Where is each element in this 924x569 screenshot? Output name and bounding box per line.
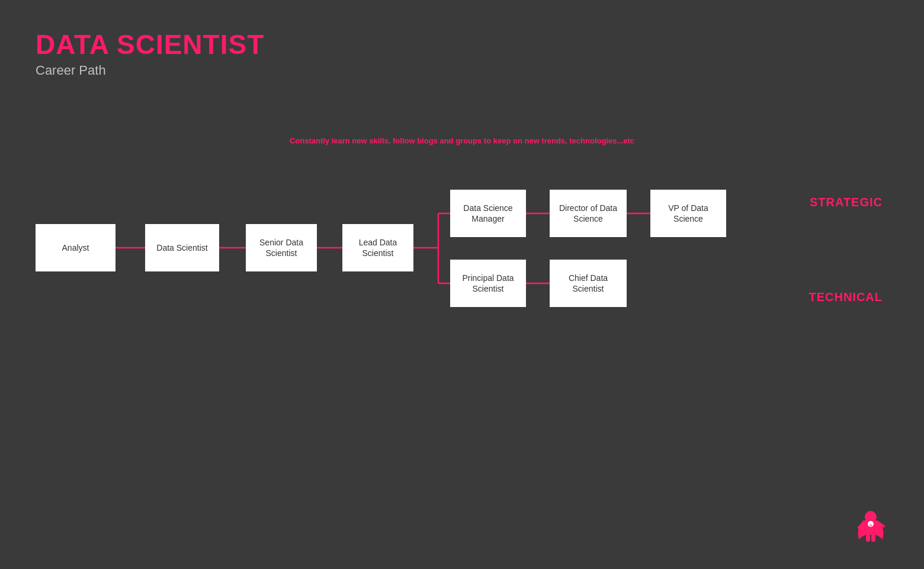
career-diagram: Analyst Data Scientist Senior Data Scien… (18, 160, 906, 362)
track-label-strategic: STRATEGIC (810, 196, 883, 209)
node-senior-data-scientist: Senior Data Scientist (246, 224, 317, 271)
node-principal-data-scientist: Principal Data Scientist (450, 260, 526, 307)
track-label-technical: TECHNICAL (808, 290, 883, 304)
node-chief-data-scientist: Chief Data Scientist (550, 260, 627, 307)
node-data-science-manager: Data Science Manager (450, 190, 526, 237)
svg-rect-13 (871, 532, 875, 542)
tagline: Constantly learn new skills, follow blog… (0, 136, 924, 145)
svg-text:G: G (870, 523, 872, 527)
node-lead-data-scientist: Lead Data Scientist (342, 224, 413, 271)
page-title-sub: Career Path (36, 63, 264, 78)
node-vp-of-data-science: VP of Data Science (650, 190, 726, 237)
node-director-of-data-science: Director of Data Science (550, 190, 627, 237)
node-data-scientist: Data Scientist (145, 224, 219, 271)
node-analyst: Analyst (36, 224, 116, 271)
page-title-area: DATA SCIENTIST Career Path (36, 28, 264, 78)
hero-icon: G (853, 504, 888, 545)
page-title-main: DATA SCIENTIST (36, 28, 264, 60)
svg-rect-12 (866, 532, 870, 542)
